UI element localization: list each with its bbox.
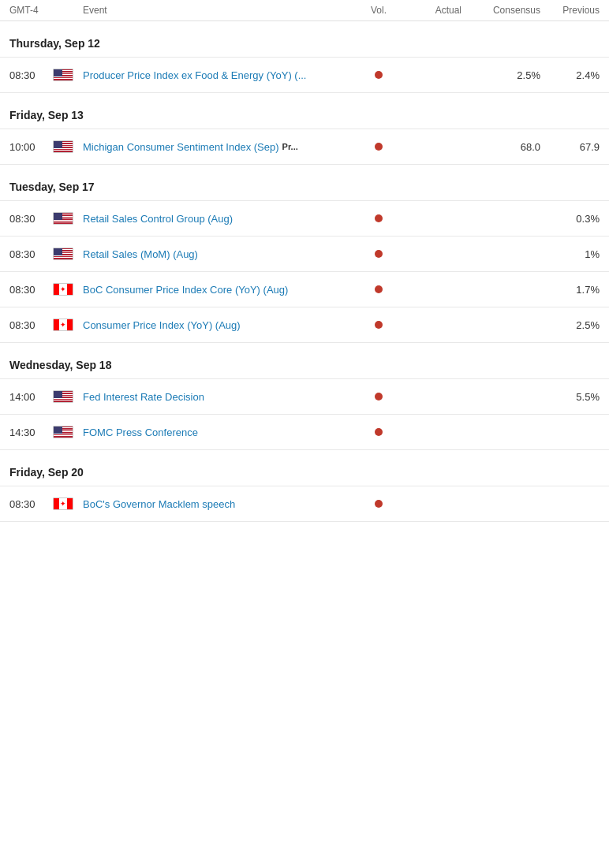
- header-event: Event: [83, 5, 359, 16]
- previous-value: 2.4%: [540, 69, 600, 81]
- event-name[interactable]: Retail Sales (MoM) (Aug): [83, 248, 359, 260]
- flag-cell: ✦: [53, 497, 83, 510]
- table-row: 08:30 Retail Sales (MoM) (Aug)1%: [0, 236, 609, 272]
- table-row: 10:00 Michigan Consumer Sentiment Index …: [0, 129, 609, 165]
- event-time: 08:30: [9, 213, 53, 225]
- volatility-dot: [375, 143, 383, 151]
- event-time: 08:30: [9, 319, 53, 331]
- section-header-thursday-sep-12: Thursday, Sep 12: [0, 21, 609, 58]
- table-row: 08:30 ✦ Consumer Price Index (YoY) (Aug)…: [0, 307, 609, 343]
- ca-flag: ✦: [53, 497, 73, 510]
- us-flag: [53, 390, 73, 403]
- consensus-value: 2.5%: [461, 69, 540, 81]
- vol-cell: [359, 250, 398, 258]
- event-name[interactable]: FOMC Press Conference: [83, 427, 359, 438]
- event-time: 10:00: [9, 141, 53, 153]
- event-name[interactable]: Producer Price Index ex Food & Energy (Y…: [83, 69, 359, 81]
- event-name[interactable]: Michigan Consumer Sentiment Index (Sep)P…: [83, 141, 359, 153]
- vol-cell: [359, 285, 398, 293]
- header-previous: Previous: [540, 5, 600, 16]
- table-row: 08:30 Retail Sales Control Group (Aug)0.…: [0, 200, 609, 237]
- volatility-dot: [375, 428, 383, 436]
- vol-cell: [359, 143, 398, 151]
- vol-cell: [359, 428, 398, 436]
- flag-cell: ✦: [53, 319, 83, 331]
- event-time: 08:30: [9, 284, 53, 296]
- volatility-dot: [375, 321, 383, 329]
- table-row: 08:30 ✦ BoC Consumer Price Index Core (Y…: [0, 271, 609, 307]
- flag-cell: [53, 426, 83, 438]
- table-header: GMT-4 Event Vol. Actual Consensus Previo…: [0, 0, 609, 21]
- vol-cell: [359, 71, 398, 79]
- table-row: 08:30 Producer Price Index ex Food & Ene…: [0, 57, 609, 93]
- event-time: 08:30: [9, 248, 53, 260]
- previous-value: 67.9: [540, 141, 600, 153]
- event-name[interactable]: BoC Consumer Price Index Core (YoY) (Aug…: [83, 284, 359, 296]
- section-header-friday-sep-20: Friday, Sep 20: [0, 450, 609, 486]
- vol-cell: [359, 500, 398, 508]
- table-row: 14:00 Fed Interest Rate Decision5.5%: [0, 378, 609, 415]
- section-header-wednesday-sep-18: Wednesday, Sep 18: [0, 343, 609, 379]
- volatility-dot: [375, 250, 383, 258]
- vol-cell: [359, 393, 398, 400]
- ca-flag: ✦: [53, 319, 73, 331]
- section-header-tuesday-sep-17: Tuesday, Sep 17: [0, 165, 609, 201]
- consensus-value: 68.0: [461, 141, 540, 153]
- us-flag: [53, 248, 73, 260]
- volatility-dot: [375, 500, 383, 508]
- previous-value: 0.3%: [540, 213, 600, 225]
- header-vol: Vol.: [359, 5, 398, 16]
- event-name[interactable]: Retail Sales Control Group (Aug): [83, 213, 359, 225]
- us-flag: [53, 212, 73, 225]
- event-name[interactable]: Consumer Price Index (YoY) (Aug): [83, 319, 359, 331]
- flag-cell: [53, 212, 83, 225]
- section-header-friday-sep-13: Friday, Sep 13: [0, 93, 609, 129]
- us-flag: [53, 140, 73, 153]
- volatility-dot: [375, 214, 383, 222]
- flag-cell: [53, 390, 83, 403]
- table-row: 08:30 ✦ BoC's Governor Macklem speech: [0, 486, 609, 522]
- event-name[interactable]: BoC's Governor Macklem speech: [83, 498, 359, 510]
- header-timezone: GMT-4: [9, 5, 53, 16]
- event-time: 08:30: [9, 69, 53, 81]
- ca-flag: ✦: [53, 283, 73, 296]
- flag-cell: ✦: [53, 283, 83, 296]
- us-flag: [53, 426, 73, 438]
- flag-cell: [53, 248, 83, 260]
- event-name[interactable]: Fed Interest Rate Decision: [83, 391, 359, 403]
- header-actual: Actual: [398, 5, 461, 16]
- event-time: 14:30: [9, 427, 53, 438]
- event-time: 08:30: [9, 498, 53, 510]
- previous-value: 1.7%: [540, 284, 600, 296]
- vol-cell: [359, 321, 398, 329]
- volatility-dot: [375, 393, 383, 400]
- flag-cell: [53, 140, 83, 153]
- table-row: 14:30 FOMC Press Conference: [0, 414, 609, 450]
- previous-value: 1%: [540, 248, 600, 260]
- flag-cell: [53, 69, 83, 81]
- previous-value: 2.5%: [540, 319, 600, 331]
- volatility-dot: [375, 71, 383, 79]
- event-time: 14:00: [9, 391, 53, 403]
- header-consensus: Consensus: [461, 5, 540, 16]
- previous-value: 5.5%: [540, 391, 600, 403]
- vol-cell: [359, 214, 398, 222]
- us-flag: [53, 69, 73, 81]
- volatility-dot: [375, 285, 383, 293]
